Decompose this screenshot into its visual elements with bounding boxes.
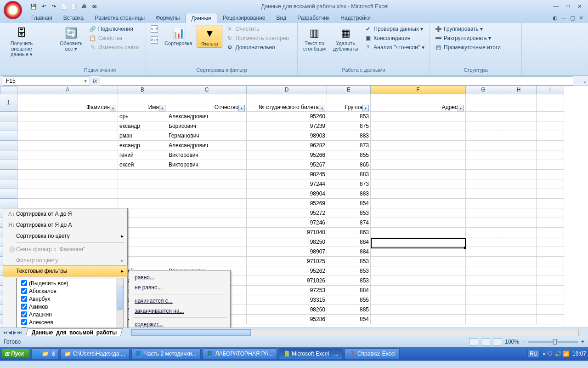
- text-filter-option[interactable]: равно...: [129, 272, 230, 282]
- name-dropdown-icon[interactable]: ▾: [84, 78, 87, 84]
- tab-данные[interactable]: Данные: [185, 13, 217, 23]
- cell[interactable]: [501, 257, 537, 266]
- header-cell[interactable]: [501, 94, 537, 112]
- next-sheet-button[interactable]: ▶: [13, 330, 17, 335]
- cell[interactable]: [371, 189, 466, 199]
- cell[interactable]: 971040: [247, 228, 327, 237]
- select-all-corner[interactable]: [0, 86, 17, 94]
- first-sheet-button[interactable]: ⏮: [3, 330, 7, 335]
- qat-button-1[interactable]: ↶: [40, 2, 48, 11]
- normal-view-button[interactable]: [469, 338, 478, 345]
- row-header[interactable]: [0, 160, 17, 170]
- cell[interactable]: [466, 228, 501, 237]
- cell[interactable]: Александрович: [167, 141, 247, 150]
- subtotal-button[interactable]: ▤Промежуточные итоги: [433, 43, 503, 52]
- cell[interactable]: [118, 199, 167, 208]
- header-cell[interactable]: Отчество▾: [167, 94, 247, 112]
- zoom-out-button[interactable]: −: [522, 339, 525, 345]
- cell[interactable]: [167, 208, 247, 218]
- tab-вставка[interactable]: Вставка: [58, 13, 90, 23]
- column-header-H[interactable]: H: [501, 86, 537, 94]
- filter-value-item[interactable]: Алашкин: [17, 310, 122, 318]
- cell[interactable]: [466, 112, 501, 121]
- column-header-B[interactable]: B: [118, 86, 167, 94]
- filter-value-item[interactable]: (Выделить все): [17, 279, 122, 287]
- cell[interactable]: 97244: [247, 179, 327, 189]
- cell[interactable]: [537, 247, 564, 257]
- filter-button[interactable]: ▼ Фильтр: [197, 25, 222, 48]
- cell[interactable]: 98245: [247, 170, 327, 179]
- cell[interactable]: Александрович: [167, 112, 247, 121]
- column-header-G[interactable]: G: [466, 86, 501, 94]
- taskbar-item[interactable]: 📁C:\Users\Надежда ...: [60, 348, 130, 359]
- cell[interactable]: 98903: [247, 131, 327, 141]
- sort-descending-item[interactable]: Я↓Сортировка от Я до А: [3, 219, 127, 230]
- cell[interactable]: [371, 121, 466, 131]
- qat-button-2[interactable]: ↷: [50, 2, 58, 11]
- cell[interactable]: гений: [118, 150, 167, 160]
- cell[interactable]: 885: [327, 305, 371, 315]
- text-filter-option[interactable]: заканчивается на...: [129, 306, 230, 316]
- cell[interactable]: [466, 237, 501, 247]
- edit-links-button[interactable]: ✎Изменить связи: [87, 43, 141, 52]
- cell[interactable]: 98907: [247, 247, 327, 257]
- cell[interactable]: [371, 237, 466, 247]
- cell[interactable]: 98250: [247, 237, 327, 247]
- cell[interactable]: [501, 121, 537, 131]
- office-button[interactable]: [4, 1, 22, 19]
- tab-вид[interactable]: Вид: [271, 13, 292, 23]
- cell[interactable]: Борисович: [167, 121, 247, 131]
- cell[interactable]: [371, 295, 466, 305]
- cell[interactable]: 884: [327, 237, 371, 247]
- cell[interactable]: 971026: [247, 276, 327, 286]
- cell[interactable]: 873: [327, 141, 371, 150]
- text-filter-option[interactable]: начинается с...: [129, 296, 230, 306]
- filter-checkbox[interactable]: [21, 296, 27, 302]
- cell[interactable]: 95262: [247, 266, 327, 276]
- cell[interactable]: 93315: [247, 295, 327, 305]
- cell[interactable]: [17, 141, 118, 150]
- data-validation-button[interactable]: ✔Проверка данных ▾: [362, 25, 426, 33]
- connections-button[interactable]: 🔗Подключения: [87, 25, 141, 33]
- qat-button-5[interactable]: 🖶: [80, 2, 88, 11]
- cell[interactable]: [17, 199, 118, 208]
- sort-by-color-item[interactable]: Сортировка по цвету▸: [3, 230, 127, 242]
- cell[interactable]: [17, 150, 118, 160]
- scrollbar-thumb[interactable]: [117, 285, 123, 310]
- cell[interactable]: [501, 315, 537, 324]
- header-cell[interactable]: № студнческого билета▾: [247, 94, 327, 112]
- qat-button-6[interactable]: ✉: [90, 2, 98, 11]
- cell[interactable]: 95286: [247, 315, 327, 324]
- cell[interactable]: [466, 295, 501, 305]
- cell[interactable]: [167, 179, 247, 189]
- cell[interactable]: 97239: [247, 121, 327, 131]
- cell[interactable]: [501, 286, 537, 295]
- zoom-thumb[interactable]: [553, 339, 557, 345]
- sort-button[interactable]: 📊 Сортировка: [162, 25, 195, 47]
- page-break-view-button[interactable]: [493, 338, 502, 345]
- cell[interactable]: [118, 189, 167, 199]
- scrollbar-thumb[interactable]: [131, 329, 251, 336]
- filter-checkbox[interactable]: [21, 304, 27, 310]
- cell[interactable]: [501, 170, 537, 179]
- taskbar-item[interactable]: 📗Microsoft Excel - ...: [279, 348, 343, 359]
- cell[interactable]: 95260: [247, 112, 327, 121]
- cell[interactable]: 98260: [247, 305, 327, 315]
- column-header-F[interactable]: F: [371, 86, 466, 94]
- cell[interactable]: [17, 189, 118, 199]
- row-header[interactable]: [0, 189, 17, 199]
- tab-разметка страницы[interactable]: Разметка страницы: [89, 13, 150, 23]
- cell[interactable]: 874: [327, 218, 371, 228]
- cell[interactable]: [371, 257, 466, 266]
- header-cell[interactable]: Имя▾: [118, 94, 167, 112]
- language-indicator[interactable]: RU: [527, 350, 540, 358]
- cell[interactable]: [537, 112, 564, 121]
- cell[interactable]: [501, 160, 537, 170]
- properties-button[interactable]: 📋Свойства: [87, 34, 141, 42]
- cell[interactable]: [371, 218, 466, 228]
- clear-filter-button[interactable]: ✕Очистить: [224, 25, 291, 33]
- cell[interactable]: [466, 121, 501, 131]
- cell[interactable]: [501, 305, 537, 315]
- cell[interactable]: [371, 199, 466, 208]
- cell[interactable]: [466, 247, 501, 257]
